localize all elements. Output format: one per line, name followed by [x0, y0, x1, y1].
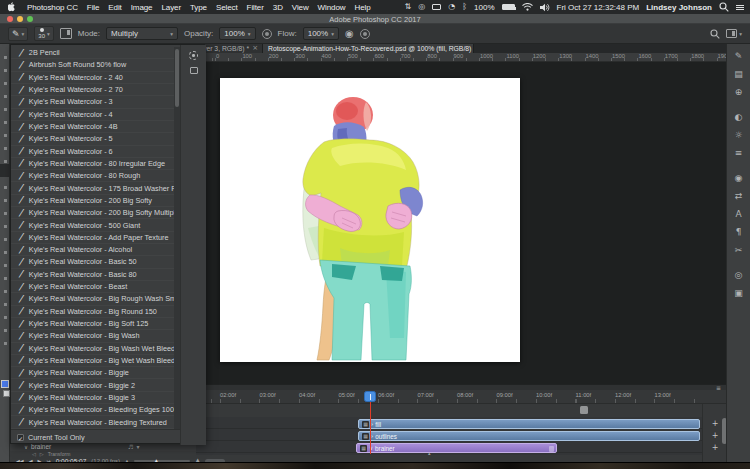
brush-preset-item[interactable]: ╱ Kyle's Real Watercolor - 6: [11, 146, 174, 158]
glyphs-icon[interactable]: ⇄: [735, 192, 743, 201]
brush-preset-item[interactable]: ╱ Kyle's Real Watercolor - Big Round 150: [11, 306, 174, 318]
scissors-icon[interactable]: ✂: [735, 246, 743, 255]
foreground-color-swatch[interactable]: [1, 380, 9, 388]
brush-preset-item[interactable]: ╱ 2B Pencil: [11, 47, 174, 59]
menu-item[interactable]: Type: [190, 3, 207, 12]
brush-preset-item[interactable]: ╱ Kyle's Real Watercolor - 80 Rough: [11, 170, 174, 182]
blend-mode-select[interactable]: Multiply▾: [106, 27, 178, 40]
notification-center-icon[interactable]: [736, 4, 744, 11]
search-icon[interactable]: [710, 29, 720, 39]
brush-preset-item[interactable]: ╱ Airbrush Soft Round 50% flow: [11, 59, 174, 71]
brush-preset-item[interactable]: ╱ Kyle's Real Watercolor - 3: [11, 96, 174, 108]
airbrush-icon[interactable]: ◉: [345, 28, 354, 39]
brush-presets-icon[interactable]: ▤: [734, 70, 743, 79]
current-tool-only-checkbox[interactable]: ✓: [17, 434, 24, 441]
toggle-brush-panel-button[interactable]: [60, 28, 72, 39]
character-icon[interactable]: A: [735, 210, 741, 219]
add-media-button[interactable]: +: [710, 443, 720, 453]
brush-preset-item[interactable]: ╱ Kyle's Real Watercolor - Big Wash Wet …: [11, 343, 174, 355]
flow-input[interactable]: 100%▾: [303, 27, 339, 40]
brush-preset-item[interactable]: ╱ Kyle's Real Watercolor - 500 Giant: [11, 219, 174, 231]
styles-icon[interactable]: ≡: [735, 149, 743, 158]
volume-icon[interactable]: [540, 3, 550, 12]
brush-preset-item[interactable]: ╱ Kyle's Real Watercolor - Big Wet Wash …: [11, 355, 174, 367]
menu-item[interactable]: View: [292, 3, 309, 12]
wifi-icon[interactable]: [522, 3, 533, 11]
brush-preset-item[interactable]: ╱ Kyle's Real Watercolor - Biggie: [11, 367, 174, 379]
menu-item[interactable]: Select: [216, 3, 238, 12]
history-icon[interactable]: ◎: [735, 271, 743, 280]
time-machine-icon[interactable]: ◔: [448, 3, 455, 11]
chevron-right-icon[interactable]: ›: [371, 433, 373, 439]
close-icon[interactable]: ×: [252, 45, 258, 52]
brush-preset-item[interactable]: ╱ Kyle's Real Watercolor - Alcohol: [11, 244, 174, 256]
creative-cloud-icon[interactable]: ◎: [418, 3, 425, 11]
clip-fill[interactable]: ▦ › fill: [358, 419, 700, 429]
artboard[interactable]: [220, 78, 520, 362]
brush-preset-item[interactable]: ╱ Kyle's Real Watercolor - Bleeding Text…: [11, 416, 174, 428]
pressure-size-icon[interactable]: [360, 29, 370, 39]
active-document-tab[interactable]: Rotoscope-Animation-How-To-Recovered.psd…: [262, 44, 474, 53]
menu-item[interactable]: 3D: [273, 3, 283, 12]
playhead[interactable]: [364, 391, 376, 402]
chevron-down-icon[interactable]: ▾: [136, 443, 139, 450]
clip-brainer[interactable]: ▦ ∨ brainer: [356, 443, 557, 453]
brush-preset-item[interactable]: ╱ Kyle's Real Watercolor - Big Rough Was…: [11, 293, 174, 305]
brush-preset-item[interactable]: ╱ Kyle's Real Watercolor - Basic 80: [11, 269, 174, 281]
brush-preset-item[interactable]: ╱ Kyle's Real Watercolor - 80 Irregular …: [11, 158, 174, 170]
chevron-down-icon[interactable]: ∨: [24, 444, 28, 450]
brush-preset-item[interactable]: ╱ Kyle's Real Watercolor - Biggie 2: [11, 379, 174, 391]
brush-settings-icon[interactable]: ✎: [735, 52, 743, 61]
menu-item[interactable]: Photoshop CC: [27, 3, 78, 12]
brush-preset-item[interactable]: ╱ Kyle's Real Watercolor - 200 Big Softy…: [11, 207, 174, 219]
brush-preset-item[interactable]: ╱ Kyle's Real Watercolor - Add Paper Tex…: [11, 232, 174, 244]
brush-preset-item[interactable]: ╱ Kyle's Real Watercolor - 5: [11, 133, 174, 145]
background-color-swatch[interactable]: [3, 390, 10, 397]
menu-item[interactable]: Layer: [161, 3, 181, 12]
brush-preset-item[interactable]: ╱ Kyle's Real Watercolor - 2 40: [11, 72, 174, 84]
audio-icon[interactable]: ♬: [128, 443, 133, 450]
display-icon[interactable]: [432, 4, 441, 10]
clip-outlines[interactable]: ▦ › outlines: [358, 431, 700, 441]
brush-preset-item[interactable]: ╱ Kyle's Real Watercolor - 175 Broad Was…: [11, 182, 174, 194]
menu-item[interactable]: Filter: [247, 3, 264, 12]
workspace-switcher[interactable]: ▾: [726, 29, 742, 38]
layers-icon[interactable]: ▣: [734, 289, 743, 298]
menu-item[interactable]: Help: [354, 3, 370, 12]
menu-item[interactable]: Window: [318, 3, 346, 12]
brush-preset-item[interactable]: ╱ Kyle's Real Watercolor - Big Soft 125: [11, 318, 174, 330]
brush-preset-item[interactable]: ╱ Kyle's Real Watercolor - 4B: [11, 121, 174, 133]
battery-icon[interactable]: [502, 4, 515, 10]
menu-item[interactable]: Image: [131, 3, 153, 12]
color-icon[interactable]: ◐: [735, 113, 743, 122]
brush-preset-item[interactable]: ╱ Kyle's Real Watercolor - Beast: [11, 281, 174, 293]
brush-preset-item[interactable]: ╱ Kyle's Real Watercolor - Bleeding Edge…: [11, 404, 174, 416]
gear-icon[interactable]: [189, 51, 198, 60]
brush-preset-item[interactable]: ╱ Kyle's Real Watercolor - Basic 50: [11, 256, 174, 268]
add-media-button[interactable]: +: [710, 419, 720, 429]
tool-preset-picker[interactable]: ✎ ▾: [8, 27, 28, 41]
spotlight-icon[interactable]: [719, 2, 729, 12]
menu-item[interactable]: Edit: [108, 3, 121, 12]
menubar-user[interactable]: Lindsey Johnson: [646, 3, 712, 12]
apple-logo-icon[interactable]: [8, 2, 17, 13]
menu-item[interactable]: File: [87, 3, 100, 12]
adjustments-icon[interactable]: ☼: [734, 131, 742, 140]
brush-preset-item[interactable]: ╱ Kyle's Real Watercolor - Big Wash: [11, 330, 174, 342]
brush-preset-picker[interactable]: 30 ▾: [34, 26, 53, 41]
new-brush-icon[interactable]: [190, 67, 198, 74]
add-media-button[interactable]: +: [710, 431, 720, 441]
brush-preset-item[interactable]: ╱ Kyle's Real Watercolor - Biggie 3: [11, 392, 174, 404]
brush-preset-item[interactable]: ╱ Kyle's Real Watercolor - 200 Big Softy: [11, 195, 174, 207]
paragraph-icon[interactable]: ¶: [736, 228, 742, 237]
clone-source-icon[interactable]: ⊕: [735, 88, 743, 97]
menubar-clock[interactable]: Fri Oct 27 12:32:48 PM: [557, 3, 640, 12]
brush-preset-item[interactable]: ╱ Kyle's Real Watercolor - 4: [11, 109, 174, 121]
chevron-right-icon[interactable]: ›: [371, 421, 373, 427]
opacity-input[interactable]: 100%▾: [219, 27, 255, 40]
tools-panel-strip[interactable]: [0, 44, 10, 462]
brush-preset-item[interactable]: ╱ Kyle's Real Watercolor - 2 70: [11, 84, 174, 96]
work-area-end-marker[interactable]: [580, 406, 588, 414]
pressure-opacity-icon[interactable]: [262, 29, 272, 39]
sync-icon[interactable]: ⇅: [405, 3, 412, 11]
